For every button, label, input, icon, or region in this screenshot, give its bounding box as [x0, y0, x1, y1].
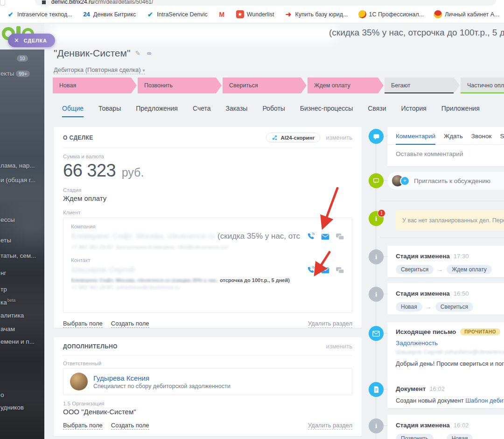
email-subject-link[interactable]: Задолженость [396, 340, 503, 347]
delete-section-link[interactable]: Удалить раздел [308, 422, 352, 430]
bookmark-intraservice-denvic[interactable]: ✔ IntraService Denvic [146, 10, 207, 18]
sidebar-item-reports[interactable]: еты [0, 237, 11, 244]
no-planned-activities-banner[interactable]: У вас нет запланированных дел. Передвин [396, 210, 504, 231]
bookmark-gmail[interactable]: M [218, 10, 226, 18]
sidebar-item-time[interactable]: емени и п... [0, 338, 35, 345]
bookmark-wunderlist[interactable]: ★ Wunderlist [236, 10, 274, 18]
tab-wait[interactable]: Ждать [444, 133, 463, 144]
bookmark-bitrix24[interactable]: 24 Денвик Битрикс [83, 10, 136, 18]
timeline-item-outgoing-email[interactable]: Исходящее письмо ПРОЧИТАНО 16:46 Задолже… [387, 322, 504, 381]
sidebar-item-common[interactable]: и (общая г... [0, 177, 35, 184]
stage-new[interactable]: Новая [53, 78, 137, 93]
item-time: 16:50 [454, 290, 469, 297]
discussion-icon [369, 173, 384, 188]
tab-call[interactable]: Звонок [471, 133, 492, 144]
sidebar-item-articles[interactable]: татьи, сем... [0, 252, 36, 259]
sidebar-item-projects[interactable]: екты 99+ [0, 70, 30, 77]
sidebar-item-ads[interactable]: лама, нар... [0, 162, 35, 169]
tab-orders[interactable]: Заказы [226, 105, 248, 117]
sidebar-item-tasks[interactable]: ачам [0, 326, 15, 333]
comment-input[interactable]: Оставьте комментарий [387, 145, 504, 163]
tab-sms[interactable]: SMS [500, 133, 504, 144]
document-icon [369, 382, 384, 397]
check-icon: ✔ [7, 10, 14, 18]
ai-scoring-button[interactable]: AI24-скоринг [266, 133, 320, 142]
stage-verify[interactable]: Свериться [223, 78, 307, 93]
timeline-item-stage-change[interactable]: Стадия изменена16:50 Новая → Свериться [387, 283, 504, 315]
invite-to-discussion[interactable]: + Пригласить к обсуждению [387, 172, 504, 190]
create-field-link[interactable]: Создать поле [111, 320, 149, 328]
site-favicon [42, 0, 46, 4]
create-field-link[interactable]: Создать поле [111, 422, 149, 430]
company-label: Компания [71, 224, 344, 229]
timeline: Комментарий Ждать Звонок SMS Оставьте ко… [369, 127, 504, 439]
document-link[interactable]: Шаблон дебиторка [465, 397, 504, 404]
sidebar-item-o[interactable]: о [0, 391, 4, 398]
bookmark-label: 1С Профессионал... [369, 11, 424, 18]
email-icon [369, 326, 384, 341]
stage-to: Новая [447, 434, 473, 439]
item-title: Документ [396, 385, 426, 392]
stage-awaiting-payment[interactable]: Ждем оплату [308, 78, 384, 93]
chat-icon[interactable] [336, 233, 344, 241]
stage-from: Новая [396, 302, 422, 312]
sidebar-background-photo [0, 50, 44, 439]
timeline-item-stage-change[interactable]: Стадия изменена16:02 Позвонить → Новая [387, 415, 504, 439]
tab-robots[interactable]: Роботы [262, 105, 285, 117]
email-icon[interactable] [321, 267, 329, 274]
tab-quotes[interactable]: Предложения [136, 105, 178, 117]
info-icon: i [369, 418, 384, 433]
bookmark-intraservice[interactable]: ✔ Intraservice техпод... [7, 10, 72, 18]
bookmark-personal-cabinet[interactable]: Личный кабинет А... [434, 10, 499, 18]
close-slider-button[interactable]: ✕ СДЕЛКА [8, 34, 55, 47]
timeline-item-stage-change[interactable]: Стадия изменена17:30 Свериться → Ждем оп… [387, 246, 504, 277]
timeline-item-document[interactable]: Документ16:02 Создан новый документ Шабл… [387, 378, 504, 408]
deal-category-selector[interactable]: Дебиторка (Повторная сделка)▾ [54, 66, 145, 74]
chevron-down-icon: ▾ [143, 68, 145, 73]
bookmark-label: Intraservice техпод... [17, 11, 72, 18]
app-sidebar: 10 екты 99+ лама, нар... и (общая г... е… [0, 23, 44, 439]
stage-partially-paid[interactable]: Частично опла [461, 78, 504, 93]
select-field-link[interactable]: Выбрать поле [63, 320, 103, 328]
beta-tag: beta [7, 298, 16, 303]
section-title: О СДЕЛКЕ [63, 135, 266, 141]
chat-icon[interactable] [336, 267, 344, 274]
tab-invoices[interactable]: Счета [193, 105, 211, 117]
delete-section-link[interactable]: Удалить раздел [308, 320, 352, 328]
sidebar-item-end-analytics[interactable]: алитика [0, 312, 24, 319]
select-field-link[interactable]: Выбрать поле [63, 422, 103, 430]
copy-link-icon[interactable] [145, 50, 152, 57]
edit-title-icon[interactable]: ✎ [135, 50, 140, 57]
tab-links[interactable]: Связи [368, 105, 386, 117]
sidebar-item-employees[interactable]: удников [0, 404, 24, 411]
contact-company-line: Клеверенс Софт, Москва, cleverence.ru (с… [71, 277, 301, 283]
sidebar-item-analytics-beta[interactable]: каbeta [0, 298, 15, 306]
info-icon: i [369, 249, 384, 264]
tab-apps[interactable]: Приложения [441, 105, 480, 117]
company-name[interactable]: Клеверенс Софт, Москва, cleverence.ru (с… [71, 231, 301, 242]
address-bar[interactable]: denvic.bitrix24.ru/crm/deal/details/5046… [35, 0, 497, 6]
tab-products[interactable]: Товары [98, 105, 121, 117]
stage-call[interactable]: Позвонить [138, 78, 222, 93]
tab-general[interactable]: Общие [62, 105, 84, 117]
edit-section-link[interactable]: изменить [326, 343, 352, 350]
bookmark-label: IntraService Denvic [157, 11, 207, 18]
stage-running[interactable]: Бегают [385, 78, 460, 93]
bookmark-1c-professional[interactable]: 1С Профессионал... [358, 10, 424, 18]
sidebar-item-processes[interactable]: ессы [0, 216, 15, 223]
close-icon: ✕ [14, 37, 20, 44]
email-icon[interactable] [321, 234, 329, 240]
phone-icon[interactable] [306, 232, 315, 241]
phone-icon[interactable] [306, 266, 315, 275]
tab-history[interactable]: История [401, 105, 427, 117]
contact-name[interactable]: Шаширов Сергей [71, 264, 301, 276]
responsible-name-link[interactable]: Гудырева Ксения [93, 374, 231, 382]
edit-section-link[interactable]: изменить [326, 134, 352, 141]
bitrix24-icon: 24 [83, 10, 91, 18]
bookmark-buy-database[interactable]: ➜ Купить базу юрид... [285, 10, 348, 18]
sidebar-item-marketing[interactable]: нг [0, 269, 6, 276]
sidebar-item-center[interactable]: тр [0, 286, 7, 293]
tab-comment[interactable]: Комментарий [396, 133, 435, 145]
tab-business-processes[interactable]: Бизнес-процессы [300, 105, 353, 117]
stage-from: Позвонить [396, 434, 434, 439]
